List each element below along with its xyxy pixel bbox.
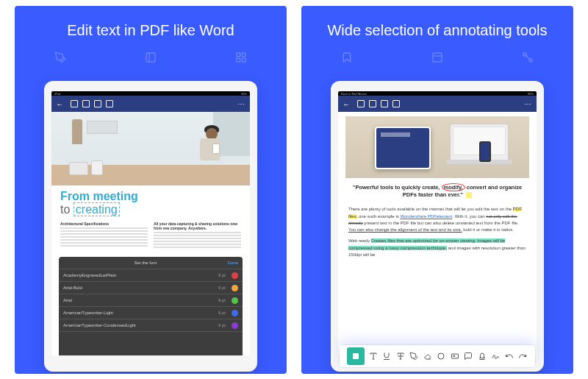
font-panel-title: Set the font bbox=[134, 261, 157, 265]
back-button[interactable]: ← bbox=[343, 100, 350, 108]
body-columns: Architectural Specifications All your da… bbox=[51, 219, 250, 252]
shape-circle-tool[interactable] bbox=[436, 351, 446, 355]
status-left: iPad bbox=[54, 92, 60, 96]
col2-heading: All your data-capturing & sharing soluti… bbox=[154, 222, 241, 230]
font-name: AmericanTypewriter-Light bbox=[63, 311, 211, 315]
quote-prefix: "Powerful tools to quickly create, bbox=[353, 184, 442, 191]
text: one such example is bbox=[357, 214, 400, 219]
undo-button[interactable] bbox=[504, 351, 514, 355]
font-row[interactable]: AmericanTypewriter-CondensedLight 9 pt bbox=[59, 319, 243, 332]
signature-tool[interactable] bbox=[490, 351, 501, 355]
bg-icons bbox=[301, 52, 573, 63]
ipad-device: Back to Mail Master 96% ← ⋯ bbox=[331, 81, 544, 372]
eraser-tool[interactable] bbox=[423, 351, 433, 355]
quote-text: "Powerful tools to quickly create, modif… bbox=[348, 184, 526, 199]
bg-icons bbox=[15, 52, 287, 63]
text-tool[interactable] bbox=[368, 351, 379, 355]
circle-annotation: modify, bbox=[442, 183, 465, 191]
app-toolbar: ← ⋯ bbox=[51, 96, 250, 112]
more-button[interactable]: ⋯ bbox=[524, 100, 532, 108]
svg-rect-11 bbox=[353, 353, 359, 355]
tool-search-icon[interactable] bbox=[392, 100, 400, 107]
color-swatch[interactable] bbox=[232, 310, 238, 316]
back-button[interactable]: ← bbox=[56, 100, 63, 108]
hyperlink[interactable]: Wondershare PDFelement bbox=[400, 214, 452, 219]
panel-title: Wide selection of annotating tools bbox=[327, 22, 547, 39]
strikethrough-tool[interactable] bbox=[395, 351, 406, 355]
font-name: AmericanTypewriter-CondensedLight bbox=[63, 323, 211, 327]
top-tool-group bbox=[357, 100, 400, 107]
app-screen: Back to Mail Master 96% ← ⋯ bbox=[338, 91, 537, 355]
promo-panel-annotate: Wide selection of annotating tools Back … bbox=[301, 6, 573, 374]
layout-icon bbox=[145, 52, 157, 63]
tool-thumb-icon[interactable] bbox=[369, 100, 376, 107]
font-row[interactable]: AcademyEngravedLetPlain 9 pt bbox=[59, 269, 243, 282]
highlight-tool[interactable] bbox=[347, 347, 365, 355]
text: . With it, you can bbox=[452, 214, 486, 219]
redo-button[interactable] bbox=[517, 351, 528, 355]
font-row[interactable]: Arial-Bold 9 pt bbox=[59, 282, 243, 294]
headline-line2: to creating bbox=[60, 203, 241, 216]
doc-hero-image bbox=[51, 112, 250, 185]
top-tool-group bbox=[71, 100, 113, 107]
done-button[interactable]: Done bbox=[228, 261, 238, 265]
pen-tool[interactable] bbox=[409, 351, 419, 355]
promo-panel-edit-text: Edit text in PDF like Word iPad 96% ← ⋯ bbox=[15, 6, 287, 374]
underline-tool[interactable] bbox=[381, 351, 392, 355]
font-size: 9 pt bbox=[211, 273, 226, 277]
svg-point-12 bbox=[438, 353, 444, 355]
body-col-2: All your data-capturing & sharing soluti… bbox=[154, 222, 241, 249]
textbox-tool[interactable] bbox=[450, 351, 460, 355]
doc-hero-image bbox=[345, 116, 529, 178]
status-left: Back to Mail Master bbox=[341, 92, 367, 96]
grid-icon bbox=[235, 52, 247, 63]
headline-prefix: to bbox=[60, 203, 74, 216]
tool-bookmark-icon[interactable] bbox=[381, 100, 388, 107]
body-paragraph-1: There are plenty of tools available on t… bbox=[348, 206, 526, 233]
font-size: 9 pt bbox=[211, 311, 226, 315]
status-right: 96% bbox=[241, 92, 247, 96]
headline-block: From meeting to creating bbox=[51, 185, 250, 219]
font-row[interactable]: Arial 9 pt bbox=[59, 294, 243, 307]
ipad-device: iPad 96% ← ⋯ bbox=[44, 81, 257, 372]
editable-text-selection[interactable]: creating bbox=[74, 202, 120, 216]
svg-rect-3 bbox=[243, 53, 246, 57]
panel-title: Edit text in PDF like Word bbox=[67, 22, 234, 39]
app-toolbar: ← ⋯ bbox=[338, 96, 537, 112]
body-paragraph-2: Web ready Creates files that are optimiz… bbox=[348, 238, 526, 258]
svg-rect-4 bbox=[243, 58, 246, 62]
bookmark-icon bbox=[341, 52, 353, 63]
svg-rect-6 bbox=[433, 53, 442, 62]
color-swatch[interactable] bbox=[232, 272, 238, 279]
highlight-marker bbox=[466, 192, 472, 198]
col1-heading: Architectural Specifications bbox=[60, 222, 148, 226]
color-swatch[interactable] bbox=[232, 285, 238, 291]
body-col-1: Architectural Specifications bbox=[60, 222, 148, 249]
stamp-tool[interactable] bbox=[477, 351, 487, 355]
tool-view-icon[interactable] bbox=[71, 100, 78, 107]
status-right: 96% bbox=[528, 92, 534, 96]
font-name: AcademyEngravedLetPlain bbox=[63, 273, 211, 277]
color-swatch[interactable] bbox=[232, 297, 238, 304]
headline-line1: From meeting bbox=[60, 190, 241, 203]
more-button[interactable]: ⋯ bbox=[237, 100, 245, 108]
annotation-toolbar bbox=[340, 345, 535, 355]
note-tool[interactable] bbox=[463, 351, 473, 355]
svg-rect-0 bbox=[146, 53, 155, 62]
connect-icon bbox=[522, 52, 534, 63]
tool-thumb-icon[interactable] bbox=[82, 100, 90, 107]
pen-icon bbox=[54, 52, 66, 63]
font-size: 9 pt bbox=[211, 286, 226, 290]
font-picker-panel: Set the font Done AcademyEngravedLetPlai… bbox=[59, 257, 243, 355]
font-row[interactable]: AmericanTypewriter-Light 9 pt bbox=[59, 307, 243, 319]
color-swatch[interactable] bbox=[232, 322, 238, 329]
underline-annotation: You can also change the alignment of the… bbox=[348, 227, 462, 232]
tool-bookmark-icon[interactable] bbox=[94, 100, 101, 107]
text: Web ready bbox=[348, 238, 371, 243]
svg-rect-5 bbox=[237, 58, 240, 62]
tool-view-icon[interactable] bbox=[357, 100, 365, 107]
text: present text in the PDF file but can als… bbox=[363, 221, 519, 225]
layout-icon bbox=[431, 52, 443, 63]
app-screen: iPad 96% ← ⋯ bbox=[51, 91, 250, 355]
tool-search-icon[interactable] bbox=[106, 100, 113, 107]
